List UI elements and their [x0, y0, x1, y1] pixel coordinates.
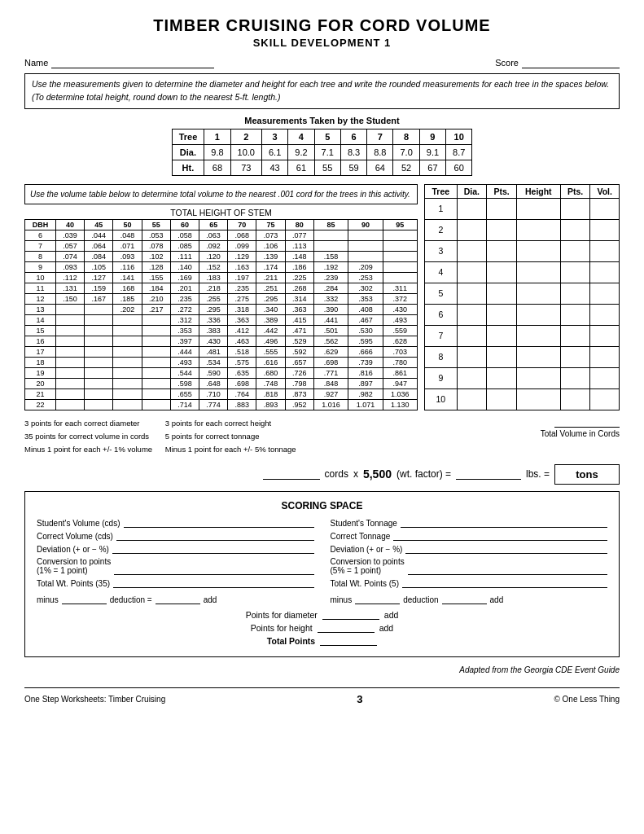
tree-data-cell[interactable] — [560, 261, 590, 283]
tree-data-cell[interactable] — [487, 261, 517, 283]
scoring-field-label: Deviation (+ or − %) — [331, 545, 403, 554]
tree-data-cell[interactable] — [590, 198, 620, 219]
tree-data-cell[interactable] — [516, 325, 560, 346]
tree-data-cell[interactable] — [516, 283, 560, 304]
cords-input[interactable] — [263, 468, 320, 480]
measurements-cell: 60 — [446, 160, 472, 175]
tree-data-cell[interactable] — [560, 304, 590, 325]
scoring-field-input[interactable] — [124, 518, 314, 528]
points-diameter-input[interactable] — [322, 609, 379, 620]
volume-col-header: 45 — [85, 219, 113, 230]
volume-data-cell: .253 — [348, 272, 383, 283]
volume-data-cell: .518 — [228, 346, 256, 357]
tree-data-cell[interactable] — [560, 367, 590, 388]
left-deduction-input2[interactable] — [156, 595, 200, 604]
volume-data-cell: .211 — [256, 272, 285, 283]
tree-data-cell[interactable] — [457, 261, 487, 283]
tree-data-cell[interactable] — [457, 219, 487, 240]
tree-data-cell[interactable] — [487, 367, 517, 388]
tree-data-cell[interactable] — [457, 388, 487, 410]
total-points-input[interactable] — [320, 635, 377, 646]
tree-data-cell[interactable] — [457, 198, 487, 219]
volume-data-cell — [113, 325, 142, 336]
scoring-field-input[interactable] — [116, 531, 314, 541]
left-deduction-input1[interactable] — [62, 595, 107, 604]
tree-data-cell[interactable] — [590, 325, 620, 346]
tree-data-cell[interactable] — [590, 388, 620, 410]
volume-col-header: 75 — [256, 219, 285, 230]
right-deduction-input1[interactable] — [355, 595, 400, 604]
volume-data-cell: .575 — [228, 357, 256, 367]
tree-data-cell[interactable] — [487, 283, 517, 304]
tree-data-cell[interactable] — [590, 346, 620, 367]
scoring-field-input[interactable] — [405, 544, 607, 554]
volume-data-cell: .064 — [85, 240, 113, 251]
scoring-field-input[interactable] — [112, 544, 314, 554]
tree-data-cell[interactable] — [516, 219, 560, 240]
scoring-field-label: Correct Tonnage — [331, 532, 391, 541]
tree-data-cell[interactable] — [590, 283, 620, 304]
volume-data-cell: .648 — [199, 378, 228, 388]
tree-data-cell[interactable] — [590, 240, 620, 261]
scoring-field-input[interactable] — [408, 565, 607, 575]
tree-data-cell[interactable] — [590, 304, 620, 325]
tree-data-cell[interactable] — [560, 325, 590, 346]
tree-data-cell[interactable] — [457, 367, 487, 388]
tree-data-cell[interactable] — [487, 219, 517, 240]
volume-dbh-cell: 9 — [25, 261, 56, 272]
volume-data-cell: .336 — [199, 314, 228, 325]
volume-row: 17.444.481.518.555.592.629.666.703 — [25, 346, 418, 357]
score-input[interactable] — [522, 57, 620, 68]
right-deduction-input2[interactable] — [442, 595, 487, 604]
tree-data-cell[interactable] — [487, 240, 517, 261]
tree-data-cell[interactable] — [516, 240, 560, 261]
tree-data-cell[interactable] — [516, 367, 560, 388]
tree-data-cell[interactable] — [590, 219, 620, 240]
tree-data-cell[interactable] — [516, 388, 560, 410]
tree-data-cell[interactable] — [457, 240, 487, 261]
tree-data-cell[interactable] — [516, 198, 560, 219]
lbs-input[interactable] — [456, 468, 521, 480]
volume-data-cell — [142, 399, 170, 410]
tree-data-cell[interactable] — [560, 198, 590, 219]
tree-data-cell[interactable] — [590, 261, 620, 283]
scoring-field-label: Deviation (+ or − %) — [37, 545, 109, 554]
points-height-input[interactable] — [318, 622, 375, 633]
tree-data-cell[interactable] — [457, 304, 487, 325]
name-input[interactable] — [51, 57, 214, 68]
scoring-field-input[interactable] — [114, 565, 313, 575]
tree-data-cell[interactable] — [560, 283, 590, 304]
scoring-field-input[interactable] — [402, 578, 607, 588]
volume-data-cell: .272 — [170, 304, 199, 314]
volume-data-cell: .861 — [383, 367, 417, 378]
tree-data-cell[interactable] — [487, 198, 517, 219]
measurements-header-cell: 1 — [204, 129, 230, 144]
scoring-field-input[interactable] — [401, 518, 607, 528]
tree-data-cell[interactable] — [516, 304, 560, 325]
tree-data-cell[interactable] — [457, 325, 487, 346]
tree-data-cell[interactable] — [457, 283, 487, 304]
tree-data-cell[interactable] — [560, 240, 590, 261]
volume-data-cell — [56, 367, 85, 378]
points-section: Points for diameter add Points for heigh… — [37, 609, 607, 646]
scoring-field-input[interactable] — [393, 531, 607, 541]
tree-data-cell[interactable] — [487, 388, 517, 410]
volume-data-cell: .353 — [348, 293, 383, 304]
scoring-field-input[interactable] — [113, 578, 313, 588]
tree-data-cell[interactable] — [590, 367, 620, 388]
measurements-row: Dia.9.810.06.19.27.18.38.87.09.18.7 — [172, 144, 472, 160]
measurements-header-cell: 3 — [261, 129, 287, 144]
volume-data-cell: .099 — [228, 240, 256, 251]
tree-data-cell[interactable] — [457, 346, 487, 367]
tree-data-cell[interactable] — [560, 346, 590, 367]
total-vol-input[interactable] — [554, 417, 620, 428]
tree-data-cell[interactable] — [516, 346, 560, 367]
footer-right: © One Less Thing — [554, 695, 620, 704]
tree-data-cell[interactable] — [487, 346, 517, 367]
tree-data-cell[interactable] — [560, 219, 590, 240]
scoring-left-field: Deviation (+ or − %) — [37, 544, 314, 554]
tree-data-cell[interactable] — [487, 325, 517, 346]
tree-data-cell[interactable] — [516, 261, 560, 283]
tree-data-cell[interactable] — [560, 388, 590, 410]
tree-data-cell[interactable] — [487, 304, 517, 325]
